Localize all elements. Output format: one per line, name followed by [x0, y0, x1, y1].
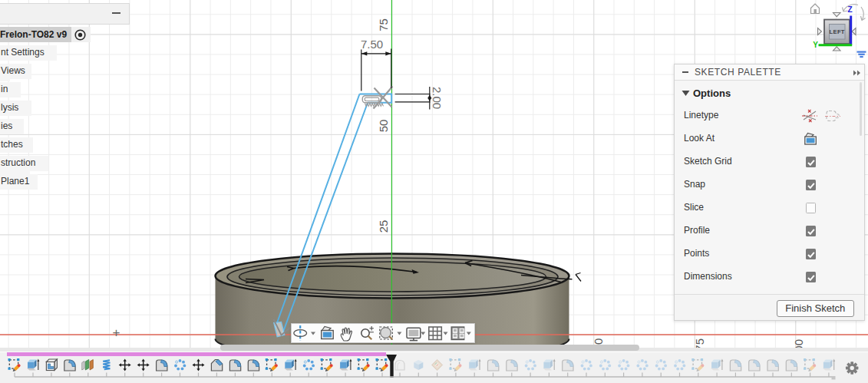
svg-text:Y: Y [813, 41, 818, 49]
svg-text:2.00: 2.00 [431, 87, 444, 109]
svg-text:50: 50 [377, 120, 390, 133]
svg-text:LEFT: LEFT [830, 28, 845, 35]
svg-text:75: 75 [377, 18, 390, 31]
svg-text:7.50: 7.50 [361, 38, 383, 51]
svg-text:25: 25 [377, 220, 390, 233]
svg-text:Z: Z [847, 5, 852, 14]
